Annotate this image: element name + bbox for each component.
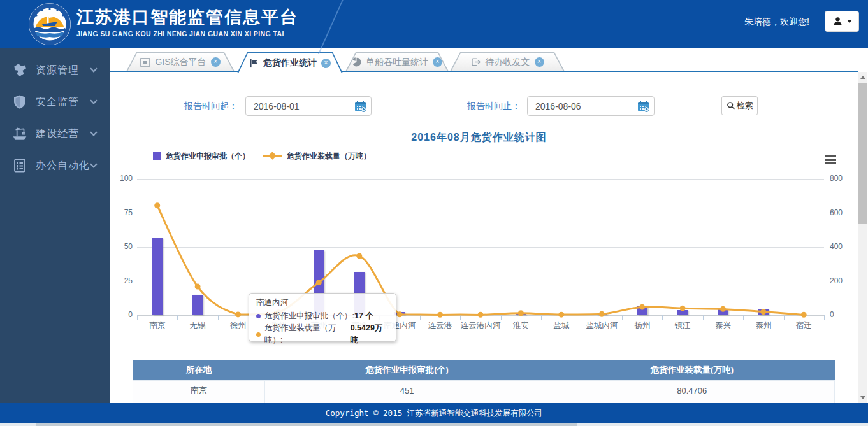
x-axis-tick bbox=[662, 315, 663, 320]
sidebar-item-resource[interactable]: 资源管理 bbox=[0, 54, 110, 86]
bar-镇江[interactable] bbox=[677, 310, 688, 315]
user-greeting: 朱培德，欢迎您! bbox=[744, 17, 809, 28]
tab-bar: GIS综合平台×危货作业统计×单船吞吐量统计×待办收发文× bbox=[110, 48, 868, 72]
legend-item-line[interactable]: 危货作业装载量（万吨） bbox=[263, 151, 371, 162]
map-icon bbox=[10, 61, 29, 79]
bar-无锡[interactable] bbox=[192, 295, 203, 315]
x-axis-tick bbox=[460, 315, 461, 320]
tab-label: 单船吞吐量统计 bbox=[366, 57, 428, 68]
chevron-down-icon bbox=[90, 65, 97, 72]
header-diagonal-decoration bbox=[318, 0, 383, 54]
x-axis-tick bbox=[177, 315, 178, 320]
tab-gis[interactable]: GIS综合平台× bbox=[126, 52, 235, 71]
line-point-无锡 bbox=[195, 284, 201, 290]
tooltip-value: 17 个 bbox=[354, 310, 373, 322]
tooltip-row: 危货作业申报审批（个）: 17 个 bbox=[256, 310, 389, 322]
tab-close-icon[interactable]: × bbox=[211, 57, 221, 67]
report-end-label: 报告时间止： bbox=[467, 101, 521, 112]
x-axis-tick bbox=[703, 315, 704, 320]
app-header: 江苏港口智能监管信息平台 JIANG SU GANG KOU ZHI NENG … bbox=[0, 0, 868, 48]
tooltip-label: 危货作业申报审批（个）: bbox=[264, 310, 354, 322]
tab-label: GIS综合平台 bbox=[155, 57, 206, 68]
report-start-field bbox=[245, 96, 372, 116]
bar-扬州[interactable] bbox=[637, 306, 647, 315]
legend-label: 危货作业申报审批（个） bbox=[166, 151, 250, 162]
x-axis-label: 镇江 bbox=[662, 320, 702, 331]
x-axis-label: 连云港 bbox=[420, 320, 460, 331]
bar-淮安[interactable] bbox=[516, 314, 526, 315]
user-menu-button[interactable] bbox=[825, 11, 859, 32]
export-icon bbox=[471, 57, 481, 67]
report-start-input[interactable] bbox=[254, 97, 354, 115]
line-legend-swatch bbox=[263, 155, 282, 157]
chart-tooltip: 南通内河 危货作业申报审批（个）: 17 个危货作业装载量（万吨）: 0.542… bbox=[249, 293, 396, 342]
tab-dangerous[interactable]: 危货作业统计× bbox=[237, 52, 343, 73]
tab-label: 待办收发文 bbox=[486, 57, 530, 68]
vertical-scrollbar[interactable] bbox=[858, 72, 867, 403]
tab-close-icon[interactable]: × bbox=[321, 59, 331, 68]
gridline bbox=[137, 247, 824, 248]
x-axis-label: 盐城 bbox=[541, 320, 581, 331]
app-footer: Copyright © 2015 江苏省新通智能交通科技发展有限公司 bbox=[0, 403, 868, 423]
tab-todo[interactable]: 待办收发文× bbox=[450, 52, 565, 71]
calendar-icon[interactable] bbox=[637, 100, 650, 113]
x-axis-tick bbox=[541, 315, 542, 320]
sidebar-item-office[interactable]: 办公自动化 bbox=[0, 150, 110, 181]
port-authority-logo bbox=[28, 3, 71, 46]
sidebar-item-construction[interactable]: 建设经营 bbox=[0, 118, 110, 150]
table-cell: 451 bbox=[264, 380, 549, 401]
tab-label: 危货作业统计 bbox=[263, 57, 317, 69]
search-icon bbox=[727, 101, 735, 110]
x-axis-tick bbox=[622, 315, 623, 320]
bar-南京[interactable] bbox=[152, 238, 163, 315]
series-dot bbox=[256, 332, 261, 337]
tooltip-title: 南通内河 bbox=[256, 297, 389, 308]
x-axis-label: 南京 bbox=[137, 320, 177, 331]
application-window: 江苏港口智能监管信息平台 JIANG SU GANG KOU ZHI NENG … bbox=[0, 0, 868, 426]
page-subtitle: JIANG SU GANG KOU ZHI NENG JIAN GUAN XIN… bbox=[76, 30, 298, 38]
horizontal-scrollbar[interactable] bbox=[0, 423, 868, 426]
sidebar-item-label: 办公自动化 bbox=[36, 159, 90, 173]
right-axis-label: 0 bbox=[830, 310, 855, 319]
series-dot bbox=[256, 314, 261, 318]
map-frame-icon bbox=[140, 58, 150, 67]
report-end-field bbox=[527, 96, 655, 116]
tab-ship[interactable]: 单船吞吐量统计× bbox=[345, 52, 449, 71]
report-start-label: 报告时间起： bbox=[184, 101, 238, 112]
chevron-down-icon bbox=[90, 97, 97, 104]
legend-item-bars[interactable]: 危货作业申报审批（个） bbox=[153, 151, 250, 162]
scroll-down-arrow[interactable] bbox=[860, 396, 865, 399]
calendar-icon[interactable] bbox=[354, 100, 367, 113]
x-axis-label: 泰州 bbox=[743, 320, 783, 331]
caret-down-icon bbox=[847, 20, 852, 23]
table-header-cell: 所在地 bbox=[133, 360, 265, 380]
bar-盐城内河[interactable] bbox=[597, 314, 607, 315]
scroll-up-arrow[interactable] bbox=[860, 76, 865, 79]
vertical-scrollbar-thumb[interactable] bbox=[858, 83, 867, 224]
x-axis-label: 扬州 bbox=[622, 320, 662, 331]
x-axis-label: 连云港内河 bbox=[460, 320, 500, 331]
copyright-text: Copyright © 2015 江苏省新通智能交通科技发展有限公司 bbox=[326, 408, 542, 419]
x-axis-tick bbox=[824, 315, 825, 320]
horizontal-scrollbar-thumb[interactable] bbox=[36, 423, 577, 426]
x-axis-label: 无锡 bbox=[177, 320, 217, 331]
line-point-南京 bbox=[154, 202, 160, 208]
sidebar-item-safety[interactable]: 安全监管 bbox=[0, 86, 110, 118]
search-button[interactable]: 检索 bbox=[721, 96, 758, 115]
tooltip-value: 0.5429万吨 bbox=[351, 322, 389, 346]
chevron-down-icon bbox=[90, 160, 97, 167]
person-icon bbox=[832, 16, 843, 27]
crane-ship-icon bbox=[10, 125, 29, 143]
bar-泰州[interactable] bbox=[758, 309, 769, 315]
report-end-input[interactable] bbox=[535, 97, 637, 115]
x-axis-label: 淮安 bbox=[501, 320, 541, 331]
x-axis-tick bbox=[218, 315, 219, 320]
tab-close-icon[interactable]: × bbox=[535, 57, 544, 67]
right-axis-label: 400 bbox=[830, 242, 855, 251]
x-axis-label: 盐城内河 bbox=[582, 320, 622, 331]
chevron-down-icon bbox=[90, 129, 97, 136]
bar-泰兴[interactable] bbox=[718, 309, 728, 315]
sidebar-item-label: 安全监管 bbox=[36, 96, 79, 109]
chart-context-menu-icon[interactable] bbox=[825, 155, 837, 165]
page-title: 江苏港口智能监管信息平台 bbox=[76, 6, 298, 28]
